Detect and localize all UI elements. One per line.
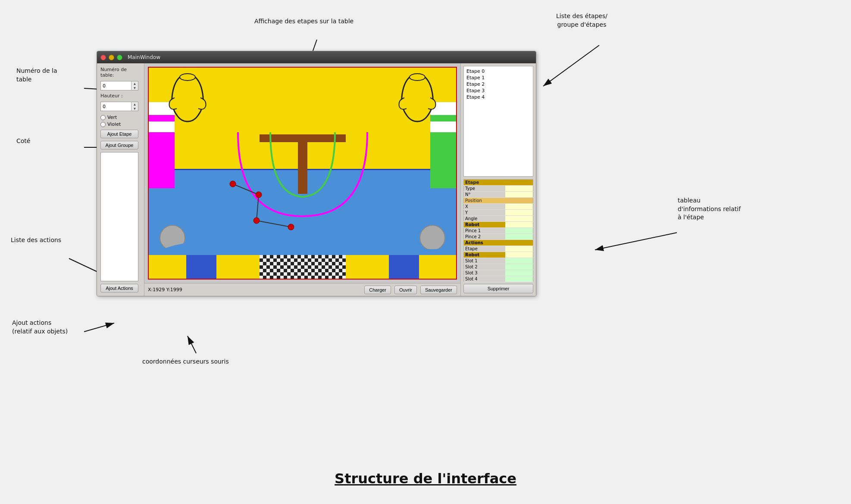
info-row-pince2: Pince 2 (464, 234, 533, 240)
info-row-etape-header: Etape (464, 180, 533, 186)
table-number-label: Numéro de table: (100, 67, 141, 78)
info-robot2-value (505, 252, 533, 258)
left-panel: Numéro de table: 0 ▲ ▼ Hauteur : 0 ▲ ▼ (97, 63, 144, 296)
side-radio-group: Vert Violet (100, 115, 141, 127)
info-row-n: N° (464, 192, 533, 198)
info-row-x: X (464, 204, 533, 210)
info-row-slot4: Slot 4 (464, 276, 533, 282)
ouvrir-button[interactable]: Ouvrir (394, 286, 417, 294)
height-value: 0 (101, 103, 131, 110)
height-label: Hauteur : (100, 93, 141, 99)
info-pince2-label: Pince 2 (464, 234, 506, 240)
info-etape-label: Etape (464, 180, 506, 186)
table-number-value: 0 (101, 82, 131, 90)
status-bar: X:1929 Y:1999 Charger Ouvrir Sauvegarder (144, 283, 460, 296)
height-up[interactable]: ▲ (131, 102, 138, 106)
radio-violet[interactable]: Violet (100, 121, 141, 127)
info-angle-label: Angle (464, 216, 506, 222)
info-etape-actions-label: Etape (464, 246, 506, 252)
radio-violet-circle (100, 122, 106, 127)
info-slot1-label: Slot 1 (464, 258, 506, 264)
info-row-type: Type (464, 186, 533, 192)
etape-2[interactable]: Etape 2 (466, 81, 531, 87)
etapes-list: Etape 0 Etape 1 Etape 2 Etape 3 Etape 4 (463, 66, 533, 177)
info-etape-value (505, 180, 533, 186)
info-slot3-label: Slot 3 (464, 270, 506, 276)
info-slot4-label: Slot 4 (464, 276, 506, 282)
game-table[interactable] (148, 67, 457, 280)
table-number-down[interactable]: ▼ (131, 86, 138, 90)
gray-circle-right (419, 225, 445, 251)
minimize-button[interactable] (109, 55, 114, 60)
checkered-pattern (260, 255, 346, 279)
info-row-slot1: Slot 1 (464, 258, 533, 264)
info-row-robot2-header: Robot (464, 252, 533, 258)
svg-point-10 (410, 74, 425, 81)
height-down[interactable]: ▼ (131, 106, 138, 111)
annotation-affichage: Affichage des etapes sur la table (254, 17, 354, 26)
right-panel: Etape 0 Etape 1 Etape 2 Etape 3 Etape 4 … (460, 63, 536, 296)
info-table: Etape Type N° Position X (463, 179, 533, 282)
etape-3[interactable]: Etape 3 (466, 87, 531, 94)
svg-line-8 (595, 233, 677, 250)
info-row-pince1: Pince 1 (464, 228, 533, 234)
info-actions-value (505, 240, 533, 246)
etape-4[interactable]: Etape 4 (466, 94, 531, 100)
bottom-checkered-box (260, 255, 346, 279)
info-pince1-label: Pince 1 (464, 228, 506, 234)
close-button[interactable] (100, 55, 106, 60)
info-row-actions-header: Actions (464, 240, 533, 246)
info-row-slot3: Slot 3 (464, 270, 533, 276)
add-group-button[interactable]: Ajout Groupe (100, 141, 138, 149)
supprimer-button[interactable]: Supprimer (463, 284, 533, 293)
info-slot1-value (505, 258, 533, 264)
radio-vert-circle (100, 115, 106, 120)
info-robot2-label: Robot (464, 252, 506, 258)
svg-line-4 (84, 323, 114, 332)
svg-line-5 (188, 336, 196, 353)
info-y-value (505, 210, 533, 216)
info-etape-actions-value (505, 246, 533, 252)
gray-circle-left (160, 225, 185, 251)
info-row-etape-actions: Etape (464, 246, 533, 252)
charger-button[interactable]: Charger (364, 286, 391, 294)
table-number-field[interactable]: 0 ▲ ▼ (100, 81, 138, 90)
info-slot2-value (505, 264, 533, 270)
add-actions-button[interactable]: Ajout Actions (100, 284, 138, 292)
info-row-position-header: Position (464, 198, 533, 204)
height-field[interactable]: 0 ▲ ▼ (100, 102, 138, 111)
radio-violet-label: Violet (107, 121, 121, 127)
svg-point-9 (180, 74, 195, 81)
maximize-button[interactable] (117, 55, 122, 60)
info-robot-label: Robot (464, 222, 506, 228)
info-pince1-value (505, 228, 533, 234)
window-title: MainWindow (128, 54, 160, 60)
blue-box-left (186, 255, 216, 279)
radio-vert-label: Vert (107, 115, 117, 120)
info-x-label: X (464, 204, 506, 210)
info-y-label: Y (464, 210, 506, 216)
etape-1[interactable]: Etape 1 (466, 75, 531, 81)
sauvegarder-button[interactable]: Sauvegarder (420, 286, 457, 294)
info-row-robot-header: Robot (464, 222, 533, 228)
add-step-button[interactable]: Ajout Etape (100, 130, 138, 138)
etape-0[interactable]: Etape 0 (466, 68, 531, 75)
info-row-slot2: Slot 2 (464, 264, 533, 270)
info-slot2-label: Slot 2 (464, 264, 506, 270)
info-angle-value (505, 216, 533, 222)
info-type-value (505, 186, 533, 192)
table-number-up[interactable]: ▲ (131, 81, 138, 86)
main-window: MainWindow Numéro de table: 0 ▲ ▼ Hauteu… (97, 51, 536, 296)
title-bar: MainWindow (97, 51, 536, 63)
info-robot-value (505, 222, 533, 228)
info-x-value (505, 204, 533, 210)
page-title: Structure de l'interface (335, 470, 516, 487)
info-pince2-value (505, 234, 533, 240)
info-slot4-value (505, 276, 533, 282)
annotation-numero-table: Numéro de la table (16, 67, 57, 84)
annotation-ajout-actions: Ajout actions (relatif aux objets) (12, 319, 68, 336)
actions-list (100, 152, 138, 281)
vase-left (166, 72, 209, 125)
radio-vert[interactable]: Vert (100, 115, 141, 120)
annotation-coords: coordonnées curseurs souris (142, 358, 229, 366)
